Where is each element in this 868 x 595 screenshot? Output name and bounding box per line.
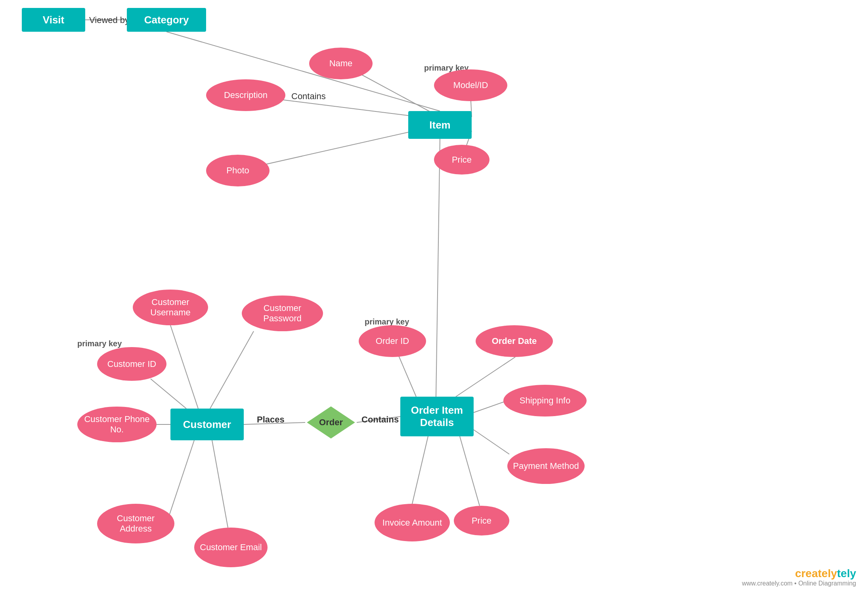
oval-price-order: Price: [454, 506, 509, 536]
svg-line-11: [166, 440, 194, 524]
svg-line-15: [436, 139, 440, 397]
oval-price-item: Price: [434, 145, 489, 175]
oval-order-date: Order Date: [476, 325, 553, 357]
brand-site: www.creately.com • Online Diagramming: [742, 580, 856, 587]
entity-order-item-details[interactable]: Order Item Details: [400, 397, 474, 436]
svg-line-7: [170, 325, 198, 409]
svg-line-17: [456, 357, 515, 397]
svg-line-20: [412, 436, 428, 504]
entity-visit[interactable]: Visit: [22, 8, 85, 32]
oval-customer-address: Customer Address: [97, 504, 174, 543]
oval-customer-phone: Customer Phone No.: [77, 407, 157, 442]
oval-order-id: Order ID: [359, 325, 426, 357]
svg-line-8: [210, 331, 254, 409]
brand-name: createlytely: [742, 567, 856, 580]
svg-line-12: [212, 440, 228, 528]
label-pk-customer: primary key: [77, 339, 122, 348]
label-contains-order: Contains: [361, 415, 399, 425]
oval-customer-username: Customer Username: [133, 290, 208, 325]
oval-customer-password: Customer Password: [242, 296, 323, 331]
oval-customer-id: Customer ID: [97, 347, 166, 381]
oval-model-id: Model/ID: [434, 69, 507, 101]
watermark: createlytely www.creately.com • Online D…: [742, 567, 856, 587]
svg-line-19: [472, 428, 509, 454]
entity-order-diamond[interactable]: Order: [305, 405, 357, 440]
svg-line-18: [474, 401, 507, 413]
oval-invoice-amount: Invoice Amount: [375, 504, 450, 541]
oval-payment-method: Payment Method: [507, 448, 585, 484]
entity-item[interactable]: Item: [408, 111, 472, 139]
entity-customer[interactable]: Customer: [170, 409, 244, 440]
oval-name: Name: [309, 48, 373, 79]
oval-shipping-info: Shipping Info: [503, 385, 587, 416]
diagram-container: Visit Viewed by Category Contains Name D…: [0, 0, 868, 595]
entity-category[interactable]: Category: [127, 8, 206, 32]
label-contains-item: Contains: [291, 91, 326, 102]
svg-line-21: [460, 436, 480, 506]
svg-line-9: [151, 379, 186, 409]
label-places: Places: [257, 415, 285, 425]
oval-description: Description: [206, 79, 285, 111]
oval-customer-email: Customer Email: [194, 528, 268, 567]
label-viewed-by: Viewed by: [89, 15, 129, 25]
oval-photo: Photo: [206, 155, 270, 186]
